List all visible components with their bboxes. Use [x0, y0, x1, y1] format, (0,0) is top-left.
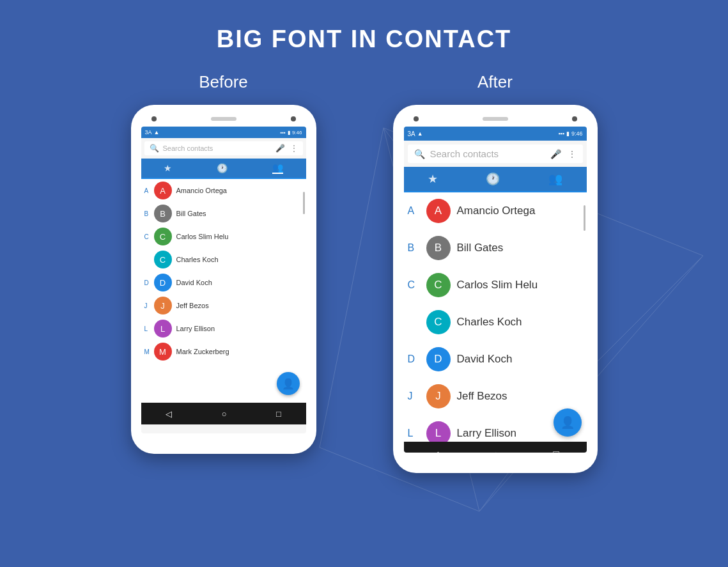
fab-after[interactable]: 👤 [554, 408, 582, 437]
tab-starred-after[interactable]: ★ [428, 172, 438, 186]
avatar-bill-before: B [154, 205, 172, 222]
contact-item-jeff-after: J Jeff Bezos [423, 379, 587, 414]
letter-l-after: L [404, 428, 423, 439]
status-bar-before: 3A ▲ ▪▪▪ ▮ 9:46 [141, 127, 306, 138]
name-amancio-before: Amancio Ortega [176, 187, 227, 194]
status-carrier: 3A [145, 129, 152, 136]
recents-btn-before[interactable]: □ [276, 409, 281, 419]
contact-row-jeff-before[interactable]: J J Jeff Bezos [141, 294, 306, 317]
avatar-david-after: D [426, 347, 451, 371]
name-larry-before: Larry Ellison [176, 325, 215, 332]
search-placeholder-after: Search contacts [430, 148, 545, 159]
status-left-after: 3A ▲ [408, 130, 423, 137]
letter-c-before: C [141, 233, 154, 240]
contact-item-carlos-after: C Carlos Slim Helu [423, 268, 587, 302]
letter-j-before: J [141, 302, 154, 309]
tab-recent-after[interactable]: 🕐 [486, 172, 500, 186]
camera-after [414, 116, 419, 121]
status-bar-after: 3A ▲ ▪▪▪ ▮ 9:46 [404, 127, 587, 141]
mic-icon-after[interactable]: 🎤 [550, 149, 561, 159]
status-signal-after: ▪▪▪ [558, 130, 564, 137]
letter-m-before: M [141, 348, 154, 355]
letter-c-after: C [404, 279, 423, 291]
search-icon-after: 🔍 [414, 149, 425, 159]
name-jeff-after: Jeff Bezos [457, 390, 507, 403]
fab-before[interactable]: 👤 [277, 372, 300, 395]
home-btn-before[interactable]: ○ [222, 409, 227, 419]
avatar-bill-after: B [426, 236, 451, 260]
contact-row-david-after[interactable]: D D David Koch [404, 341, 587, 378]
avatar-carlos-before: C [154, 228, 172, 245]
scrollbar-before [303, 192, 305, 214]
tab-starred-before[interactable]: ★ [164, 163, 172, 173]
contact-row-mark-before[interactable]: M M Mark Zuckerberg [141, 340, 306, 363]
name-david-after: David Koch [457, 353, 513, 366]
avatar-jeff-after: J [426, 384, 451, 408]
tab-bar-after: ★ 🕐 👥 [404, 167, 587, 192]
status-time-after: 9:46 [571, 130, 583, 137]
recents-btn-after[interactable]: □ [553, 449, 559, 453]
avatar-amancio-before: A [154, 182, 172, 199]
home-btn-after[interactable]: ○ [493, 449, 499, 453]
nav-bar-before: ◁ ○ □ [141, 403, 306, 424]
sensor-before [291, 116, 296, 121]
status-signal: ▪▪▪ [280, 130, 286, 136]
letter-b-before: B [141, 210, 154, 217]
contact-item-before: C Charles Koch [154, 248, 306, 271]
contact-item-before: C Carlos Slim Helu [154, 225, 306, 248]
contact-item-before: M Mark Zuckerberg [154, 340, 306, 363]
mic-icon-before[interactable]: 🎤 [275, 144, 285, 153]
after-section: After 3A ▲ ▪▪▪ ▮ 9:46 [393, 72, 598, 473]
status-battery: ▮ [288, 130, 290, 136]
back-btn-after[interactable]: ◁ [431, 449, 438, 453]
more-icon-after[interactable]: ⋮ [568, 149, 577, 159]
contact-row-amancio-before[interactable]: A A Amancio Ortega [141, 179, 306, 202]
status-time-before: 9:46 [292, 130, 302, 136]
name-jeff-before: Jeff Bezos [176, 302, 209, 309]
contact-row-carlos-before[interactable]: C C Carlos Slim Helu [141, 225, 306, 248]
nav-bar-after: ◁ ○ □ [404, 442, 587, 453]
status-carrier-after: 3A [408, 130, 415, 137]
status-battery-after: ▮ [566, 130, 569, 137]
phone-top-before [139, 116, 309, 121]
letter-a-after: A [404, 205, 423, 217]
contact-item-before: D David Koch [154, 271, 306, 294]
contact-row-charles-after[interactable]: C Charles Koch [404, 304, 587, 341]
contact-item-before: J Jeff Bezos [154, 294, 306, 317]
contact-row-larry-before[interactable]: L L Larry Ellison [141, 317, 306, 340]
letter-d-after: D [404, 353, 423, 365]
camera-before [151, 116, 157, 121]
scrollbar-after [584, 205, 585, 231]
name-charles-after: Charles Koch [457, 316, 522, 329]
avatar-david-before: D [154, 274, 172, 291]
phone-top-after [401, 116, 590, 121]
tab-recent-before[interactable]: 🕐 [217, 163, 228, 173]
contact-item-bill-after: B Bill Gates [423, 231, 587, 265]
search-icon-before: 🔍 [150, 144, 159, 153]
contact-row-david-before[interactable]: D D David Koch [141, 271, 306, 294]
search-bar-after[interactable]: 🔍 Search contacts 🎤 ⋮ [408, 144, 583, 163]
tab-contacts-before[interactable]: 👥 [272, 162, 283, 174]
contact-list-after: A A Amancio Ortega B B Bill Gates [404, 192, 587, 442]
contact-row-amancio-after[interactable]: A A Amancio Ortega [404, 192, 587, 229]
avatar-larry-before: L [154, 320, 172, 338]
letter-j-after: J [404, 391, 423, 402]
contact-row-charles-before[interactable]: C Charles Koch [141, 248, 306, 271]
avatar-charles-after: C [426, 310, 451, 334]
tab-contacts-after[interactable]: 👥 [548, 172, 562, 186]
search-bar-before[interactable]: 🔍 Search contacts 🎤 ⋮ [144, 141, 303, 155]
contact-row-bill-before[interactable]: B B Bill Gates [141, 202, 306, 225]
avatar-larry-after: L [426, 421, 451, 442]
status-wifi-after: ▲ [417, 130, 423, 137]
more-icon-before[interactable]: ⋮ [290, 144, 298, 153]
contact-row-carlos-after[interactable]: C C Carlos Slim Helu [404, 267, 587, 304]
name-mark-before: Mark Zuckerberg [176, 348, 229, 355]
name-carlos-before: Carlos Slim Helu [176, 233, 229, 240]
contact-row-bill-after[interactable]: B B Bill Gates [404, 229, 587, 267]
contact-item-before: L Larry Ellison [154, 317, 306, 340]
status-right-after: ▪▪▪ ▮ 9:46 [558, 130, 582, 137]
contact-item-david-after: D David Koch [423, 342, 587, 377]
contact-row-jeff-after[interactable]: J J Jeff Bezos [404, 378, 587, 415]
sensor-after [572, 116, 577, 121]
back-btn-before[interactable]: ◁ [166, 409, 172, 419]
